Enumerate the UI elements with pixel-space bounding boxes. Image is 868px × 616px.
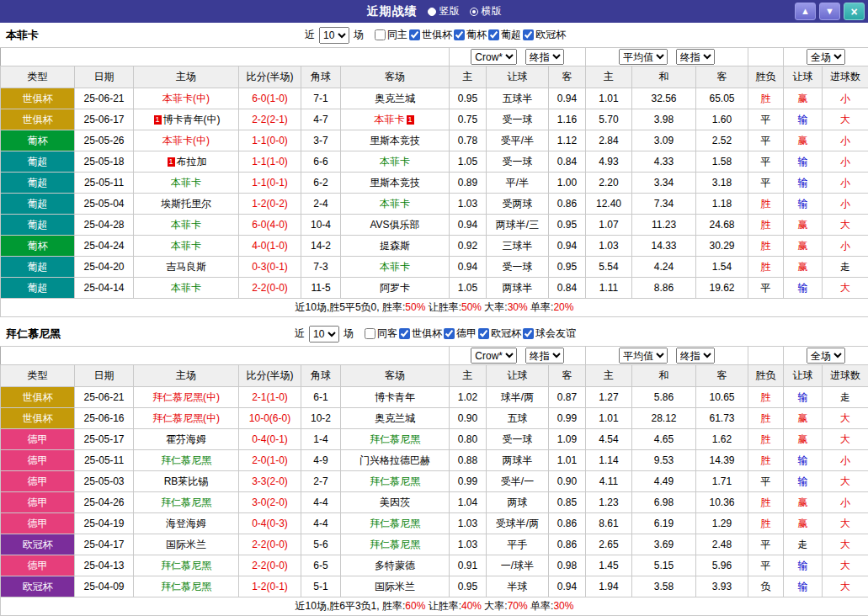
stats-table: Crow* 终指 平均值 终指 全场 类型日期主场比分(半场)角球客场主让球客主…	[0, 346, 868, 616]
avg-away-odds: 2.52	[696, 130, 748, 151]
average-select[interactable]: 平均值	[619, 49, 668, 65]
average-stage-select[interactable]: 终指	[676, 348, 715, 364]
scope-select[interactable]: 全场	[807, 348, 845, 364]
away-team: 拜仁慕尼黑	[341, 429, 450, 450]
away-team-name: AVS俱乐部	[370, 219, 419, 231]
corners: 4-4	[301, 513, 341, 534]
league-checkbox-input[interactable]	[523, 328, 534, 339]
score: 0-4(0-3)	[239, 513, 301, 534]
ah-away-odds: 1.09	[549, 429, 586, 450]
panel-title: 近期战绩	[367, 4, 418, 19]
avg-home-odds: 4.54	[586, 429, 632, 450]
avg-draw-odds: 11.23	[632, 215, 696, 236]
ah-handicap: 受球半/两	[487, 513, 549, 534]
result: 胜	[748, 408, 784, 429]
league-checkbox[interactable]: 葡杯	[454, 28, 487, 42]
goals-result: 大	[823, 278, 868, 299]
match-date: 25-04-17	[75, 534, 134, 555]
result: 胜	[748, 429, 784, 450]
same-venue-checkbox[interactable]: 同客	[365, 327, 397, 341]
same-venue-checkbox-input[interactable]	[365, 328, 375, 339]
same-venue-checkbox-input[interactable]	[375, 29, 386, 40]
close-button[interactable]: ×	[844, 3, 865, 20]
corners: 2-7	[301, 471, 341, 492]
league-checkbox-input[interactable]	[523, 29, 534, 40]
league-badge: 世俱杯	[1, 387, 75, 408]
league-checkbox-input[interactable]	[409, 29, 420, 40]
league-checkbox[interactable]: 世俱杯	[409, 28, 452, 42]
league-checkbox[interactable]: 欧冠杯	[478, 327, 521, 341]
avg-draw-odds: 3.69	[632, 534, 696, 555]
ah-away-odds: 0.94	[549, 236, 586, 257]
recent-count-select[interactable]: 10	[319, 27, 349, 44]
result: 平	[748, 278, 784, 299]
ah-handicap: 受一球	[487, 151, 549, 173]
ah-home-odds: 0.90	[450, 408, 487, 429]
league-checkbox[interactable]: 球会友谊	[523, 327, 576, 341]
home-team-name: 拜仁慕尼黑(中)	[152, 391, 220, 403]
avg-draw-odds: 4.33	[632, 151, 696, 173]
league-checkbox[interactable]: 世俱杯	[399, 327, 442, 341]
ah-away-odds: 0.90	[549, 471, 586, 492]
league-checkbox-input[interactable]	[399, 328, 410, 339]
league-checkbox-input[interactable]	[478, 328, 489, 339]
home-team: 1布拉加	[134, 151, 239, 173]
filter-prefix: 近	[295, 327, 305, 341]
same-venue-checkbox[interactable]: 同主	[375, 28, 407, 42]
league-checkbox-input[interactable]	[444, 328, 455, 339]
match-row: 德甲25-05-03RB莱比锡3-3(2-0)2-7拜仁慕尼黑0.99受半/一0…	[1, 471, 868, 492]
home-team-name: 本菲卡	[171, 219, 201, 231]
average-select[interactable]: 平均值	[619, 348, 668, 364]
league-checkbox-input[interactable]	[488, 29, 499, 40]
match-row: 葡超25-04-28本菲卡6-0(4-0)10-4AVS俱乐部0.94两球半/三…	[1, 215, 868, 236]
odds-stage-select[interactable]: 终指	[525, 348, 564, 364]
summary: 近10场,胜5平5负0, 胜率:50% 让胜率:50% 大率:30% 单率:20…	[1, 299, 868, 317]
summary-segment: 近10场,胜5平5负0, 胜率:	[296, 301, 406, 313]
average-dropdown-cell: 平均值 终指	[586, 48, 748, 66]
league-badge: 葡杯	[1, 236, 75, 257]
league-checkbox[interactable]: 德甲	[444, 327, 477, 341]
odds-dropdown-cell: Crow* 终指	[450, 48, 586, 66]
match-date: 25-05-17	[75, 429, 134, 450]
league-checkbox-input[interactable]	[454, 29, 465, 40]
dropdown-row: Crow* 终指 平均值 终指 全场	[1, 48, 868, 66]
match-row: 德甲25-04-26拜仁慕尼黑3-0(2-0)4-4美因茨1.04两球0.851…	[1, 492, 868, 513]
home-team-name: 拜仁慕尼黑(中)	[152, 412, 220, 424]
home-team: 拜仁慕尼黑(中)	[134, 408, 239, 429]
result: 平	[748, 555, 784, 576]
move-down-button[interactable]: ▼	[819, 3, 840, 20]
away-team-name: 门兴格拉德巴赫	[359, 454, 430, 466]
home-team-name: 拜仁慕尼黑	[161, 560, 211, 571]
recent-count-select[interactable]: 10	[309, 326, 339, 343]
column-header: 客	[549, 66, 586, 88]
goals-result: 大	[823, 429, 868, 450]
odds-source-select[interactable]: Crow*	[471, 49, 517, 65]
home-team: 本菲卡	[134, 173, 239, 194]
odds-stage-select[interactable]: 终指	[525, 49, 564, 65]
league-checkbox[interactable]: 葡超	[488, 28, 521, 42]
result: 胜	[748, 450, 784, 471]
goals-result: 小	[823, 130, 868, 151]
average-stage-select[interactable]: 终指	[676, 49, 715, 65]
layout-option-horizontal[interactable]: 横版	[470, 4, 502, 19]
column-header: 客	[696, 66, 748, 88]
match-date: 25-04-19	[75, 513, 134, 534]
score: 1-1(0-1)	[239, 173, 301, 194]
same-venue-checkbox-label: 同客	[377, 327, 397, 341]
avg-away-odds: 1.54	[696, 257, 748, 278]
move-up-button[interactable]: ▲	[795, 3, 816, 20]
match-date: 25-06-16	[75, 408, 134, 429]
column-header: 让球	[784, 365, 823, 387]
ah-home-odds: 1.03	[450, 194, 487, 215]
odds-source-select[interactable]: Crow*	[471, 348, 517, 364]
league-checkbox[interactable]: 欧冠杯	[523, 28, 566, 42]
result: 平	[748, 471, 784, 492]
score: 6-0(1-0)	[239, 88, 301, 109]
match-date: 25-04-28	[75, 215, 134, 236]
scope-select[interactable]: 全场	[807, 49, 845, 65]
away-team: 本菲卡	[341, 151, 450, 173]
avg-draw-odds: 3.09	[632, 130, 696, 151]
match-row: 德甲25-05-11拜仁慕尼黑2-0(1-0)4-9门兴格拉德巴赫0.88两球半…	[1, 450, 868, 471]
summary-segment: 30%	[508, 301, 528, 313]
layout-option-vertical[interactable]: 竖版	[428, 4, 460, 19]
